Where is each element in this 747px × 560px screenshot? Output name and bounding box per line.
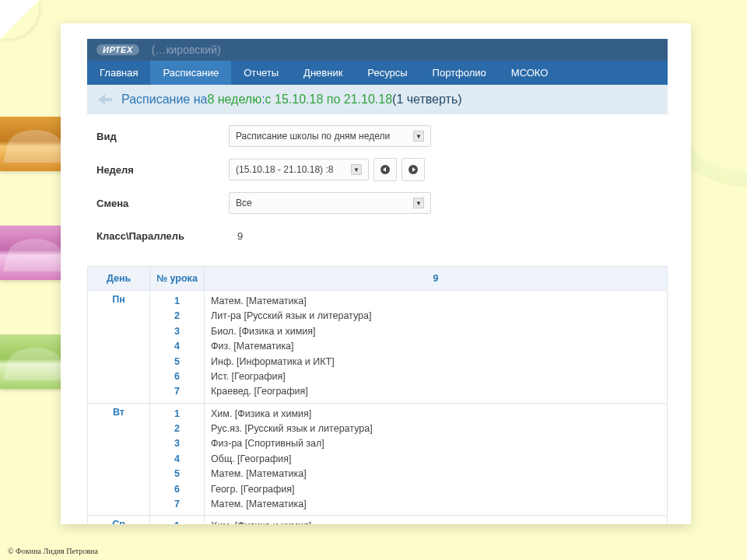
lesson-number-cell: 1234567	[150, 291, 205, 404]
subject-cell: Хим. [Физика и химия]	[205, 516, 668, 524]
week-next-button[interactable]	[402, 158, 425, 181]
nav-item-1[interactable]: Расписание	[150, 61, 231, 85]
decor-ribbon-pink	[0, 226, 70, 280]
nav-item-5[interactable]: Портфолио	[420, 61, 499, 85]
app-titlebar: ИРТЕХ (…кировский)	[87, 39, 668, 61]
day-cell: Ср	[88, 516, 150, 524]
table-row: Пн1234567Матем. [Математика]Лит-ра [Русс…	[88, 291, 668, 404]
nav-item-3[interactable]: Дневник	[291, 61, 355, 85]
filter-shift-select[interactable]: Все ▼	[229, 192, 431, 214]
subhead-term: (1 четверть)	[392, 93, 461, 107]
lesson-number-cell: 1234567	[150, 403, 205, 516]
subhead-range: с 15.10.18 по 21.10.18	[265, 93, 392, 107]
schedule-table: День № урока 9 Пн1234567Матем. [Математи…	[87, 266, 668, 524]
subject-cell: Матем. [Математика]Лит-ра [Русский язык …	[205, 291, 668, 404]
nav-item-6[interactable]: МСОКО	[499, 61, 561, 85]
subhead-week-num: 8 неделю	[207, 93, 261, 107]
app-logo: ИРТЕХ	[96, 44, 139, 55]
dropdown-caret-icon: ▼	[351, 164, 362, 175]
col-lesson-header: № урока	[150, 267, 205, 291]
back-arrow-icon[interactable]	[96, 91, 114, 108]
filter-week-value: (15.10.18 - 21.10.18) :8	[236, 164, 333, 175]
filter-week-label: Неделя	[96, 164, 229, 176]
filter-shift-label: Смена	[96, 198, 229, 209]
subject-cell: Хим. [Физика и химия]Рус.яз. [Русский яз…	[205, 403, 668, 516]
slide-credit: © Фокина Лидия Петровна	[8, 547, 98, 555]
dropdown-caret-icon: ▼	[413, 131, 424, 142]
day-cell: Вт	[88, 403, 150, 516]
filter-shift-value: Все	[236, 198, 252, 208]
nav-item-0[interactable]: Главная	[87, 61, 150, 85]
filters-form: Вид Расписание школы по дням недели ▼ Не…	[87, 114, 668, 263]
day-cell: Пн	[88, 291, 150, 404]
filter-view-label: Вид	[96, 131, 229, 142]
subhead-prefix: Расписание на	[121, 93, 207, 107]
filter-view-value: Расписание школы по дням недели	[236, 131, 390, 142]
schedule-subheader: Расписание на 8 неделю : с 15.10.18 по 2…	[87, 85, 668, 114]
week-prev-button[interactable]	[374, 158, 397, 181]
filter-view-select[interactable]: Расписание школы по дням недели ▼	[229, 125, 431, 147]
table-row: Ср1Хим. [Физика и химия]	[88, 516, 668, 524]
nav-item-4[interactable]: Ресурсы	[355, 61, 419, 85]
dropdown-caret-icon: ▼	[413, 198, 424, 208]
decor-ribbon-orange	[0, 117, 70, 171]
col-day-header: День	[88, 267, 150, 291]
app-title-suffix: (…кировский)	[152, 44, 221, 56]
nav-item-2[interactable]: Отчеты	[231, 61, 291, 85]
page-corner-curl	[0, 0, 39, 39]
filter-week-select[interactable]: (15.10.18 - 21.10.18) :8 ▼	[229, 159, 369, 180]
filter-class-label: Класс\Параллель	[96, 230, 229, 242]
col-class-header: 9	[205, 267, 668, 291]
lesson-number-cell: 1	[150, 516, 205, 524]
table-row: Вт1234567Хим. [Физика и химия]Рус.яз. [Р…	[88, 403, 668, 516]
app-window: ИРТЕХ (…кировский) ГлавнаяРасписаниеОтче…	[61, 23, 691, 524]
main-navbar: ГлавнаяРасписаниеОтчетыДневникРесурсыПор…	[87, 61, 668, 85]
filter-class-value: 9	[229, 225, 251, 247]
decor-ribbon-green	[0, 334, 70, 389]
